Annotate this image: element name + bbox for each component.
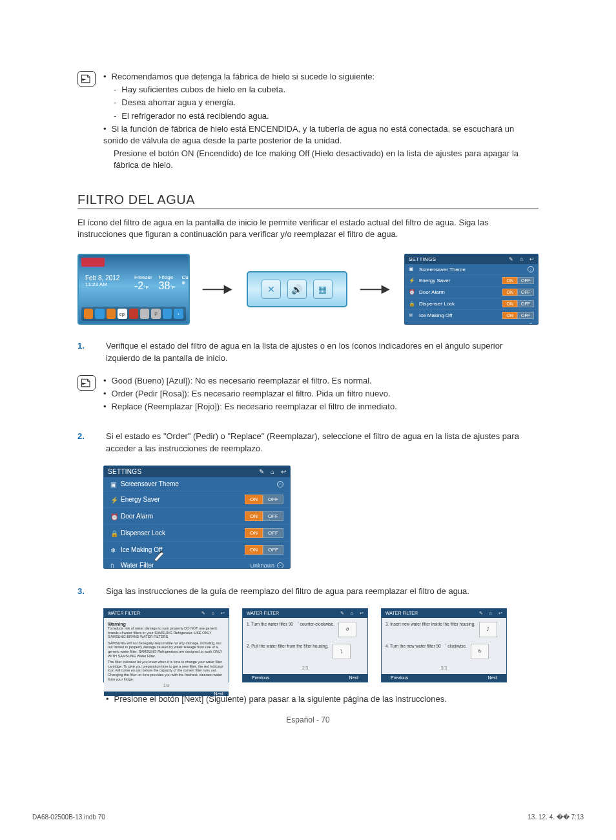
home-icon: ⌂ [520, 256, 523, 262]
note-line: Presione el botón [Next] (Siguiente) par… [106, 694, 539, 704]
alarm-icon: ⏰ [409, 289, 415, 296]
toggle: ONOFF [245, 545, 283, 555]
water-filter-panel-2: WATER FILTER ✎⌂↩ 1. Turn the water filte… [242, 608, 368, 682]
chevron-right-icon: › [528, 323, 534, 325]
chevron-right-icon: › [277, 481, 283, 487]
water-filter-panel-3: WATER FILTER ✎⌂↩ 3. Insert new water fil… [381, 608, 507, 682]
home-dock: epi P › [81, 307, 186, 321]
status-value: Unknown [504, 324, 525, 325]
back-icon: ↩ [221, 611, 225, 616]
back-icon: ↩ [360, 611, 364, 616]
water-filter-panel-1: WATER FILTER ✎⌂↩ Warning To reduce risk … [103, 608, 229, 682]
dock-app-icon [163, 309, 172, 319]
page-indicator: 1/3 [108, 683, 225, 688]
fridge-temp: Fridge38°F [159, 274, 176, 292]
wf-title: WATER FILTER [108, 611, 140, 615]
row-label: Energy Saver [419, 278, 450, 283]
dock-app-icon: epi [118, 309, 127, 319]
dock-app-icon: › [174, 309, 183, 319]
edit-icon: ✎ [509, 256, 513, 262]
freezer-temp: Freezer-2°F [134, 274, 152, 292]
step-number: 2. [77, 431, 93, 455]
chevron-right-icon: › [528, 266, 534, 272]
dock-app-icon: P [151, 309, 160, 319]
toggle: ONOFF [502, 300, 534, 307]
row-label: Water Filter [419, 324, 446, 325]
wf-thumb-icon: ⤵ [333, 644, 351, 659]
note-line: Recomendamos que detenga la fábrica de h… [103, 71, 539, 83]
doc-source: DA68-02500B-13.indb 70 [32, 814, 105, 821]
settings-title: SETTINGS [409, 256, 436, 262]
arrow-right-icon [359, 283, 393, 296]
calendar-icon: ▦ [313, 280, 333, 299]
row-label: Dispenser Lock [419, 301, 455, 307]
back-icon: ↩ [281, 468, 286, 475]
warning-text: The filter indicator let you know when i… [108, 660, 225, 681]
note-line: Presione el botón ON (Encendido) de Ice … [103, 148, 539, 171]
energy-icon: ⚡ [409, 278, 415, 284]
status-indicator-icon [81, 258, 105, 267]
warning-heading: Warning [108, 622, 225, 626]
intro-text: El ícono del filtro de agua en la pantal… [77, 217, 539, 241]
note-line: Hay suficientes cubos de hielo en la cub… [103, 84, 539, 96]
wf-step-text: 3. Insert new water filter inside the fi… [385, 622, 475, 637]
theme-icon: ▣ [110, 481, 117, 487]
home-date: Feb 8, 2012 [85, 274, 119, 282]
row-label: Door Alarm [419, 289, 445, 295]
note-line: Desea ahorrar agua y energía. [103, 97, 539, 108]
toggle: ONOFF [502, 312, 534, 319]
toggle: ONOFF [245, 528, 283, 538]
wf-step-text: 1. Turn the water filter 90 ゜ counter-cl… [247, 622, 334, 637]
edit-icon: ✎ [259, 468, 264, 475]
doc-footer: DA68-02500B-13.indb 70 13. 12. 4. �� 7:1… [32, 814, 584, 821]
note-line: El refrigerador no está recibiendo agua. [103, 110, 539, 122]
sound-icon: 🔊 [287, 280, 307, 299]
toggle: ONOFF [502, 289, 534, 296]
tool-panel: ✕ 🔊 ▦ [247, 271, 347, 307]
row-label: Dispenser Lock [121, 529, 165, 537]
close-icon: ✕ [262, 280, 281, 299]
figure-row-1: Feb 8, 2012 11:23 AM Freezer-2°F Fridge3… [77, 254, 539, 325]
dock-app-icon [107, 309, 116, 319]
lock-icon: 🔒 [110, 530, 117, 537]
water-filter-guide-row: WATER FILTER ✎⌂↩ Warning To reduce risk … [103, 608, 539, 682]
warning-text: SAMSUNG will not be legally responsible … [108, 641, 225, 658]
wf-thumb-icon: ↺ [338, 622, 356, 637]
step-number: 1. [77, 340, 93, 365]
toggle: ONOFF [502, 277, 534, 284]
ice-icon: ❄ [110, 547, 117, 553]
alarm-icon: ⏰ [110, 513, 117, 520]
home-time: 11:23 AM [85, 282, 119, 287]
step-text: Si el estado es "Order" (Pedir) o "Repla… [106, 431, 539, 455]
settings-title: SETTINGS [108, 468, 141, 475]
row-label: Water Filter [121, 562, 154, 569]
row-label: Ice Making Off [419, 312, 452, 318]
toggle: ONOFF [245, 511, 283, 521]
doc-timestamp: 13. 12. 4. �� 7:13 [528, 814, 584, 821]
row-label: Door Alarm [121, 513, 153, 520]
page-indicator: 2/3 [247, 666, 364, 670]
note-line: Order (Pedir [Rosa]): Es necesario reemp… [103, 388, 539, 400]
note-line: Replace (Reemplazar [Rojo]): Es necesari… [103, 401, 539, 413]
top-note-block: Recomendamos que detenga la fábrica de h… [77, 71, 539, 173]
note-line: Good (Bueno) [Azul]): No es necesario re… [103, 375, 539, 387]
edit-icon: ✎ [340, 611, 344, 616]
energy-icon: ⚡ [110, 497, 117, 503]
dock-app-icon [140, 309, 149, 319]
chevron-right-icon: › [277, 562, 283, 569]
ice-icon: ❄ [409, 312, 415, 319]
row-label: Energy Saver [121, 496, 160, 503]
wf-thumb-icon: ↻ [471, 644, 489, 659]
dock-app-icon [84, 309, 93, 319]
filter-icon: ▯ [409, 323, 415, 325]
note-line: Si la función de fábrica de hielo está E… [103, 123, 539, 147]
settings-panel: SETTINGS ✎ ⌂ ↩ ▣Screensaver Theme› ⚡Ener… [404, 254, 539, 325]
dock-app-icon [95, 309, 104, 319]
page-footer: Español - 70 [77, 715, 539, 724]
wf-step-text: 2. Pull the water filter from the filter… [247, 644, 329, 659]
wf-title: WATER FILTER [247, 611, 279, 615]
step-text: Verifique el estado del filtro de agua e… [106, 340, 539, 365]
arrow-right-icon [201, 283, 235, 296]
previous-button: Previous [391, 675, 408, 680]
step-text: Siga las instrucciones de la guía de ree… [106, 586, 539, 598]
